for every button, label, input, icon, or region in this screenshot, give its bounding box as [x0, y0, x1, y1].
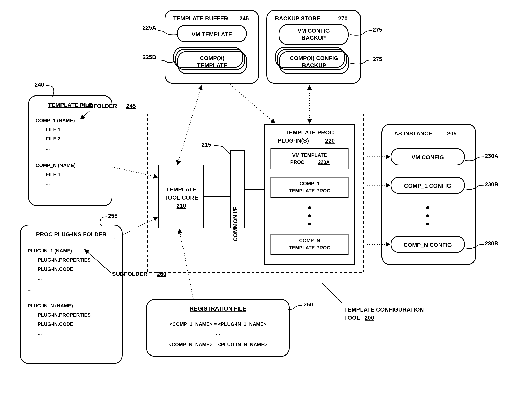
svg-text:AS INSTANCE: AS INSTANCE — [394, 130, 433, 137]
svg-text:PROC PLUG-INS FOLDER: PROC PLUG-INS FOLDER — [36, 231, 106, 237]
ref-210: 210 — [177, 202, 186, 209]
template-buffer-title: TEMPLATE BUFFER — [173, 15, 228, 21]
svg-line-80 — [230, 84, 275, 123]
svg-text:COMP_1: COMP_1 — [300, 181, 320, 186]
svg-text:TEMPLATE CONFIGURATION: TEMPLATE CONFIGURATION — [344, 306, 424, 313]
svg-text:SUBFOLDER: SUBFOLDER — [112, 271, 147, 277]
svg-text:TEMPLATE PROC: TEMPLATE PROC — [289, 245, 330, 250]
svg-point-27 — [308, 214, 311, 217]
svg-text:TEMPLATE PROC: TEMPLATE PROC — [285, 129, 334, 136]
vm-config-backup-l2: BACKUP — [302, 35, 326, 41]
ref-245-top: 245 — [239, 15, 249, 21]
compx-template-l2: TEMPLATE — [197, 62, 228, 68]
svg-text:PLUG-IN.PROPERTIES: PLUG-IN.PROPERTIES — [38, 312, 91, 318]
svg-text:...: ... — [34, 192, 38, 197]
registration-file-box: REGISTRATION FILE <COMP_1_NAME> = <PLUG-… — [147, 299, 289, 356]
svg-text:COMP_N (NAME): COMP_N (NAME) — [36, 162, 76, 168]
svg-text:...: ... — [216, 331, 220, 336]
svg-point-39 — [426, 214, 429, 217]
svg-text:REGISTRATION FILE: REGISTRATION FILE — [190, 306, 246, 312]
svg-text:PLUG-IN_N (NAME): PLUG-IN_N (NAME) — [27, 303, 73, 308]
template-buffer-box: TEMPLATE BUFFER 245 VM TEMPLATE COMP(X) … — [165, 10, 259, 83]
svg-text:COMP_1 CONFIG: COMP_1 CONFIG — [404, 183, 451, 189]
compx-template-l1: COMP(X) — [200, 55, 224, 61]
svg-line-79 — [177, 86, 202, 165]
as-instance-box: AS INSTANCE 205 VM CONFIG COMP_1 CONFIG … — [382, 124, 476, 265]
architecture-diagram: TEMPLATE BUFFER 245 VM TEMPLATE COMP(X) … — [0, 0, 532, 394]
svg-text:TOOL: TOOL — [344, 315, 360, 321]
ref-230B-top: 230B — [485, 181, 498, 187]
compx-backup-l1: COMP(X) CONFIG — [290, 55, 338, 61]
svg-text:PLUG-IN.CODE: PLUG-IN.CODE — [38, 321, 73, 327]
svg-text:COMMON I/F: COMMON I/F — [232, 207, 239, 241]
svg-text:TEMPLATE PROC: TEMPLATE PROC — [289, 188, 330, 193]
svg-text:...: ... — [46, 181, 50, 186]
ref-275-bot: 275 — [373, 56, 382, 62]
ref-230B-bot: 230B — [485, 240, 498, 247]
svg-point-28 — [308, 223, 311, 225]
svg-rect-55 — [20, 225, 122, 363]
svg-text:VM TEMPLATE: VM TEMPLATE — [292, 152, 327, 158]
svg-rect-20 — [271, 149, 348, 169]
svg-text:TOOL CORE: TOOL CORE — [164, 194, 198, 201]
ref-220: 220 — [325, 137, 335, 144]
svg-rect-43 — [29, 96, 112, 206]
svg-point-40 — [426, 223, 429, 225]
ref-215: 215 — [202, 141, 211, 148]
ref-230A: 230A — [485, 153, 498, 159]
ref-225A: 225A — [143, 24, 156, 31]
ref-200: 200 — [365, 315, 374, 321]
svg-text:TEMPLATE: TEMPLATE — [166, 186, 197, 193]
svg-line-54 — [80, 111, 90, 119]
svg-text:COMP_N CONFIG: COMP_N CONFIG — [404, 242, 452, 248]
svg-line-73 — [322, 283, 342, 303]
svg-rect-29 — [271, 234, 348, 254]
svg-point-38 — [426, 206, 429, 209]
svg-text:...: ... — [38, 331, 42, 336]
svg-text:PLUG-IN.CODE: PLUG-IN.CODE — [38, 266, 73, 272]
ref-255: 255 — [108, 213, 118, 219]
svg-text:PLUG-IN(S): PLUG-IN(S) — [278, 137, 309, 144]
svg-text:FILE 2: FILE 2 — [46, 136, 61, 141]
proc-plugins-folder-box: PROC PLUG-INS FOLDER PLUG-IN_1 (NAME) PL… — [20, 225, 122, 363]
ref-220A: 220A — [318, 159, 329, 165]
ref-205: 205 — [447, 130, 457, 137]
svg-line-76 — [112, 167, 158, 177]
svg-text:FILE 1: FILE 1 — [46, 172, 61, 177]
compx-backup-l2: BACKUP — [302, 62, 326, 68]
svg-text:PLUG-IN.PROPERTIES: PLUG-IN.PROPERTIES — [38, 257, 91, 263]
svg-rect-17 — [265, 124, 355, 265]
vm-template: VM TEMPLATE — [192, 31, 232, 37]
svg-point-26 — [308, 206, 311, 209]
svg-text:<COMP_1_NAME> = <PLUG-IN_1_NAM: <COMP_1_NAME> = <PLUG-IN_1_NAME> — [169, 321, 266, 327]
ref-225B: 225B — [143, 54, 156, 60]
ref-270: 270 — [338, 15, 348, 21]
vm-config-backup-l1: VM CONFIG — [297, 27, 330, 34]
svg-text:COMP_1 (NAME): COMP_1 (NAME) — [36, 118, 75, 123]
common-if: COMMON I/F — [230, 151, 245, 242]
svg-text:SUBFOLDER: SUBFOLDER — [82, 103, 117, 109]
svg-text:...: ... — [46, 145, 50, 151]
ref-245-sub: 245 — [126, 103, 136, 109]
svg-line-78 — [179, 229, 193, 299]
template-proc-plugins: TEMPLATE PROC PLUG-IN(S) 220 VM TEMPLATE… — [265, 124, 355, 265]
ref-275-top: 275 — [373, 26, 382, 33]
backup-store-box: BACKUP STORE 270 VM CONFIG BACKUP COMP(X… — [267, 10, 360, 83]
svg-text:PROC: PROC — [290, 159, 304, 165]
svg-text:...: ... — [38, 275, 42, 281]
template-tool-core: TEMPLATE TOOL CORE 210 — [159, 165, 204, 228]
ref-240: 240 — [35, 81, 44, 88]
svg-text:FILE 1: FILE 1 — [46, 127, 61, 132]
ref-250: 250 — [303, 301, 313, 308]
svg-text:VM CONFIG: VM CONFIG — [412, 154, 444, 161]
backup-store-title: BACKUP STORE — [275, 15, 320, 21]
svg-text:<COMP_N_NAME> = <PLUG-IN_N_NAM: <COMP_N_NAME> = <PLUG-IN_N_NAME> — [169, 342, 267, 347]
template-file-box: TEMPLATE FILE COMP_1 (NAME) FILE 1 FILE … — [29, 96, 112, 206]
svg-text:COMP_N: COMP_N — [299, 238, 320, 243]
ref-260: 260 — [157, 271, 167, 277]
svg-rect-23 — [271, 177, 348, 197]
svg-text:...: ... — [27, 287, 31, 292]
svg-text:PLUG-IN_1 (NAME): PLUG-IN_1 (NAME) — [27, 248, 72, 254]
